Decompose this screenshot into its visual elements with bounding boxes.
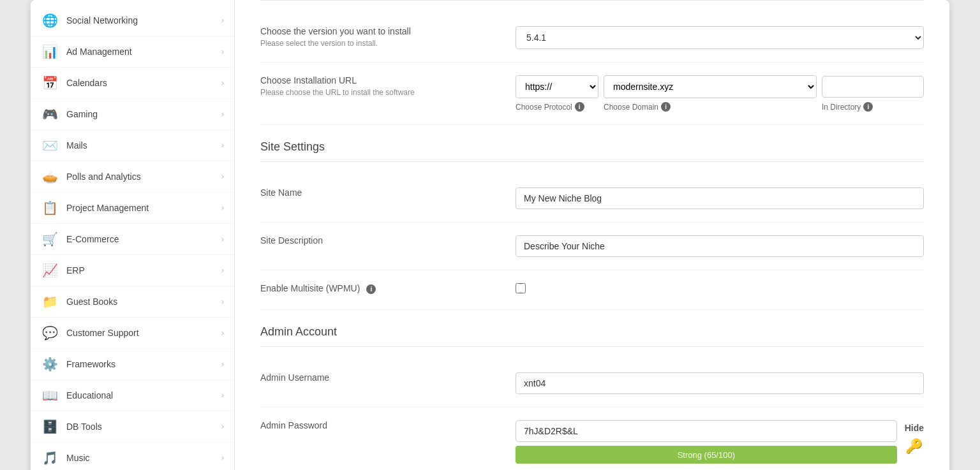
site-desc-label: Site Description (260, 235, 503, 246)
admin-username-label-group: Admin Username (260, 372, 503, 385)
sidebar-arrow-music: › (221, 453, 224, 462)
admin-password-row: Admin Password Strong (65/100) Hide 🔑 (260, 408, 924, 470)
site-name-input[interactable] (516, 187, 924, 209)
protocol-label: Choose Protocol (516, 103, 572, 112)
sidebar-icon-db-tools: 🗄️ (41, 418, 59, 436)
multisite-checkbox[interactable] (516, 283, 526, 293)
sidebar-item-guest-books[interactable]: 📁 Guest Books › (31, 286, 234, 318)
sidebar-item-frameworks[interactable]: ⚙️ Frameworks › (31, 349, 234, 380)
sidebar-icon-erp: 📈 (41, 261, 59, 279)
sidebar-item-polls-analytics[interactable]: 🥧 Polls and Analytics › (31, 161, 234, 193)
admin-account-divider (260, 346, 924, 347)
url-label-group: Choose Installation URL Please choose th… (260, 75, 503, 97)
sidebar-icon-social-networking: 🌐 (41, 11, 59, 29)
sidebar-label-db-tools: DB Tools (66, 422, 221, 432)
sidebar-label-ecommerce: E-Commerce (66, 234, 221, 244)
url-inputs-row: https://http:// modernsite.xyz (516, 75, 924, 98)
multisite-label: Enable Multisite (WPMU) i (260, 283, 503, 294)
site-name-label-group: Site Name (260, 187, 503, 200)
site-settings-heading: Site Settings (260, 125, 924, 161)
site-settings-divider (260, 161, 924, 162)
sidebar-item-project-management[interactable]: 📋 Project Management › (31, 193, 234, 224)
sidebar-arrow-gaming: › (221, 110, 224, 119)
domain-info-icon[interactable]: i (661, 102, 671, 112)
sidebar-icon-frameworks: ⚙️ (41, 355, 59, 373)
sidebar-label-guest-books: Guest Books (66, 297, 221, 307)
domain-select[interactable]: modernsite.xyz (604, 75, 817, 98)
site-name-label: Site Name (260, 187, 503, 198)
sidebar-label-educational: Educational (66, 390, 221, 400)
password-input-row: Strong (65/100) Hide 🔑 (516, 420, 924, 464)
admin-username-input[interactable] (516, 372, 924, 394)
main-content: Choose the version you want to install P… (235, 0, 949, 470)
protocol-select[interactable]: https://http:// (516, 75, 598, 98)
multisite-label-group: Enable Multisite (WPMU) i (260, 283, 503, 297)
version-label-title: Choose the version you want to install (260, 26, 503, 36)
directory-label: In Directory (822, 103, 861, 112)
sidebar-icon-gaming: 🎮 (41, 105, 59, 123)
sidebar-item-educational[interactable]: 📖 Educational › (31, 380, 234, 411)
sidebar-item-music[interactable]: 🎵 Music › (31, 443, 234, 470)
multisite-control (516, 283, 924, 293)
admin-username-row: Admin Username (260, 360, 924, 408)
admin-password-input[interactable] (516, 420, 897, 442)
site-desc-input[interactable] (516, 235, 924, 257)
multisite-info-icon[interactable]: i (366, 284, 376, 294)
password-input-group: Strong (65/100) (516, 420, 897, 464)
version-control-group: 5.4.15.4.05.3.95.3.8 (516, 26, 924, 49)
url-row: Choose Installation URL Please choose th… (260, 62, 924, 125)
sidebar-label-gaming: Gaming (66, 109, 221, 119)
sidebar-label-erp: ERP (66, 265, 221, 275)
sidebar-item-mails[interactable]: ✉️ Mails › (31, 130, 234, 161)
sidebar-arrow-frameworks: › (221, 360, 224, 369)
sidebar-arrow-ecommerce: › (221, 235, 224, 244)
sidebar-label-social-networking: Social Networking (66, 15, 221, 26)
sidebar-arrow-calendars: › (221, 78, 224, 87)
multisite-row: Enable Multisite (WPMU) i (260, 270, 924, 310)
sidebar-arrow-mails: › (221, 141, 224, 150)
sidebar-item-social-networking[interactable]: 🌐 Social Networking › (31, 5, 234, 36)
sidebar-item-ecommerce[interactable]: 🛒 E-Commerce › (31, 224, 234, 255)
url-controls: https://http:// modernsite.xyz Choose Pr… (516, 75, 924, 112)
sidebar-arrow-guest-books: › (221, 297, 224, 306)
sidebar-label-customer-support: Customer Support (66, 328, 221, 338)
sidebar-label-frameworks: Frameworks (66, 359, 221, 369)
sidebar-arrow-polls-analytics: › (221, 172, 224, 181)
hide-password-button[interactable]: Hide (905, 423, 924, 433)
sidebar-item-db-tools[interactable]: 🗄️ DB Tools › (31, 411, 234, 443)
domain-label: Choose Domain (604, 103, 658, 112)
admin-password-label: Admin Password (260, 420, 503, 430)
multisite-checkbox-group (516, 283, 924, 293)
sidebar-item-gaming[interactable]: 🎮 Gaming › (31, 99, 234, 130)
site-name-control (516, 187, 924, 209)
sidebar-icon-polls-analytics: 🥧 (41, 168, 59, 186)
admin-password-control: Strong (65/100) Hide 🔑 (516, 420, 924, 464)
url-label-title: Choose Installation URL (260, 75, 503, 85)
version-row: Choose the version you want to install P… (260, 13, 924, 62)
generate-password-icon[interactable]: 🔑 (905, 438, 923, 455)
sidebar-label-project-management: Project Management (66, 203, 221, 213)
sidebar-item-calendars[interactable]: 📅 Calendars › (31, 68, 234, 99)
version-select[interactable]: 5.4.15.4.05.3.95.3.8 (516, 26, 924, 49)
sidebar-arrow-db-tools: › (221, 422, 224, 431)
directory-input[interactable] (822, 76, 924, 98)
sidebar-item-customer-support[interactable]: 💬 Customer Support › (31, 318, 234, 349)
directory-label-group: In Directory i (822, 102, 924, 112)
sidebar-icon-ecommerce: 🛒 (41, 230, 59, 248)
top-divider (260, 0, 924, 1)
sidebar-label-polls-analytics: Polls and Analytics (66, 172, 221, 182)
directory-info-icon[interactable]: i (863, 102, 873, 112)
version-label-subtitle: Please select the version to install. (260, 39, 503, 48)
site-desc-control (516, 235, 924, 257)
url-label-subtitle: Please choose the URL to install the sof… (260, 88, 503, 97)
protocol-info-icon[interactable]: i (575, 102, 584, 112)
sidebar-item-erp[interactable]: 📈 ERP › (31, 255, 234, 286)
site-name-row: Site Name (260, 175, 924, 223)
password-actions: Hide 🔑 (905, 420, 924, 455)
sidebar-icon-calendars: 📅 (41, 74, 59, 92)
sidebar-label-music: Music (66, 453, 221, 463)
site-desc-label-group: Site Description (260, 235, 503, 248)
admin-username-control (516, 372, 924, 394)
sidebar-item-ad-management[interactable]: 📊 Ad Management › (31, 36, 234, 68)
domain-label-group: Choose Domain i (604, 102, 817, 112)
